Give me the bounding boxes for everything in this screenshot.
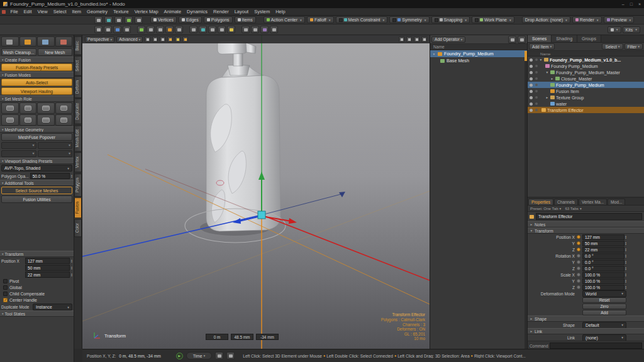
snapping-button[interactable]: Snapping [431,16,470,23]
tool-icon[interactable] [189,26,197,33]
viewport-option-icon[interactable] [152,36,158,42]
symmetry-button[interactable]: Symmetry [389,16,429,23]
visibility-eye-icon[interactable] [530,77,533,80]
section-transform-props[interactable]: Transform [528,228,644,234]
timeline-options-icon[interactable] [215,352,223,359]
prop-position-y-field[interactable]: 50 mm [582,241,625,246]
position-z-field[interactable]: 22 mm [25,272,70,278]
section-viewport-shading-presets[interactable]: Viewport Shading Presets [0,158,74,164]
item-row[interactable]: water [528,101,644,107]
select-source-meshes-button[interactable]: Select Source Meshes [1,187,72,194]
render-flag-icon[interactable] [535,102,538,105]
zero-button[interactable]: Zero [582,304,626,309]
visibility-eye-icon[interactable] [530,102,533,106]
prop-scale-y-field[interactable]: 100.0 % [582,278,625,284]
menu-geometry[interactable]: Geometry [84,9,111,14]
view-mode-dropdown[interactable]: Perspective [85,36,114,43]
tool-icon[interactable] [104,16,113,24]
meshfuse-popover-button[interactable]: MeshFuse Popover [1,133,72,141]
drop-action-dropdown[interactable]: Drop Action: (none) [522,16,570,23]
child-compensate-checkbox-row[interactable]: Child Compensate [0,290,74,297]
disclosure-icon[interactable] [545,96,549,99]
visibility-eye-icon[interactable] [530,109,533,112]
position-x-field[interactable]: 127 mm [25,258,70,264]
vtab-duplicate[interactable]: Duplicate [74,99,82,124]
vtab-deform[interactable]: Deform [74,76,82,98]
tool-z-field[interactable]: -34 mm [256,334,279,340]
vtab-polygon[interactable]: Polygon [74,173,82,197]
toolbox-tab-paint-icon[interactable] [55,36,73,47]
menu-view[interactable]: View [35,9,50,14]
vtab-basic[interactable]: Basic [74,36,82,55]
shape-dropdown[interactable]: Default [582,322,626,329]
mesh-role-add-icon[interactable] [55,102,73,114]
symmetry-checkbox[interactable] [392,18,396,22]
mode-polygons-button[interactable]: Polygons [204,16,233,23]
shading-mode-dropdown[interactable]: Advanced [116,36,143,43]
preset-dropdown[interactable]: Preset: One Tab [530,206,561,211]
prop-position-x-field[interactable]: 127 mm [582,234,625,240]
viewport-visibility-icon[interactable] [175,36,180,42]
mesh-ops-row[interactable]: Foundry_Pump_Medium [430,50,527,57]
fusion-utilities-button[interactable]: Fusion Utilities [1,195,72,203]
mesh-role-icon[interactable] [1,114,19,126]
mesh-role-subtract-icon[interactable] [37,102,55,114]
section-set-mesh-role[interactable]: Set Mesh Role [0,96,74,102]
filter-icon[interactable] [518,36,526,43]
tool-icon[interactable] [260,26,269,33]
play-button[interactable] [176,353,183,359]
disclosure-icon[interactable] [550,77,554,80]
tool-icon[interactable] [156,26,164,33]
global-checkbox-row[interactable]: Global [0,284,74,290]
menu-vertex-map[interactable]: Vertex Map [131,9,161,14]
toolbox-tab-fusion-icon[interactable] [19,36,37,47]
spinner-icon[interactable]: ▴▾ [625,273,626,277]
mesh-constraint-button[interactable]: Mesh Constraint [336,16,388,23]
menu-help[interactable]: Help [273,9,288,14]
viewport-3d-scene[interactable] [82,35,430,349]
tab-vertex-map[interactable]: Vertex Ma... [579,199,607,205]
child-compensate-checkbox[interactable] [3,292,8,296]
toolbox-tab-sculpt-icon[interactable] [37,36,55,47]
visibility-eye-icon[interactable] [530,65,533,68]
prop-scale-z-field[interactable]: 100.0 % [582,285,625,290]
tool-icon[interactable] [137,26,145,33]
mode-vertices-button[interactable]: Vertices [150,16,177,23]
mode-items-button[interactable]: Items [235,16,256,23]
item-row[interactable]: Fusion Item [528,88,644,94]
tool-x-field[interactable]: 0 m [206,334,228,340]
item-row[interactable]: Texture Group [528,94,644,101]
action-center-button[interactable]: Action Center [264,16,305,23]
viewport-camera-icon[interactable] [421,36,427,42]
work-plane-button[interactable]: Work Plane [472,16,514,23]
menu-texture[interactable]: Texture [111,9,132,14]
tool-icon[interactable] [165,26,174,33]
duplicate-mode-dropdown[interactable]: Instance [33,304,72,310]
meshfuse-option-button[interactable] [38,150,73,157]
prop-rotation-y-field[interactable]: 0.0 ° [582,260,625,265]
deformation-mode-dropdown[interactable]: World [582,290,626,297]
falloff-button[interactable]: Falloff [307,16,334,23]
add-operator-button[interactable]: Add Operator [431,36,465,43]
tool-icon[interactable] [94,26,103,33]
visibility-eye-icon[interactable] [530,96,533,99]
vtab-fusion[interactable]: Fusion [74,197,82,218]
pivot-checkbox-row[interactable]: Pivot [0,278,74,284]
tab-modifiers[interactable]: Mod... [608,199,625,205]
app-menu-icon[interactable] [2,10,6,14]
section-link[interactable]: Link [528,328,644,334]
section-shape[interactable]: Shape [528,315,644,322]
tool-icon[interactable] [199,26,207,33]
snapping-checkbox[interactable] [435,18,438,22]
viewport-hauling-button[interactable]: Viewport Hauling [1,87,72,95]
render-button[interactable]: Render [572,16,602,23]
list-view-icon[interactable] [508,36,516,43]
channel-key-icon[interactable] [577,279,580,283]
viewport-canvas[interactable]: Perspective Advanced Transform [82,35,430,349]
spinner-icon[interactable]: ▴▾ [625,260,626,265]
menu-select[interactable]: Select [50,9,69,14]
tool-icon[interactable] [208,26,216,33]
menu-render[interactable]: Render [211,9,232,14]
tool-y-field[interactable]: 48.5 mm [231,334,253,340]
auto-select-button[interactable]: Auto-Select [1,79,72,86]
